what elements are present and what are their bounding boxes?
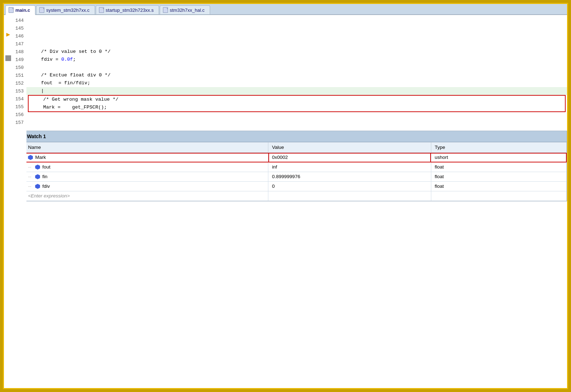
watch-value-fout: inf [268, 162, 431, 172]
arrow-row-150 [4, 62, 13, 70]
fin-icon [35, 174, 40, 179]
ln-148: 148 [15, 48, 24, 56]
breakpoint-block [5, 55, 11, 61]
watch-name-enter-expr[interactable]: <Enter expression> [26, 191, 268, 201]
tab-stm32h7xx-hal-c[interactable]: stm32h7xx_hal.c [160, 5, 210, 14]
arrow-row-144 [4, 15, 13, 23]
arrow-row-147 [4, 39, 13, 46]
tab-system-stm32h7xx-c[interactable]: system_stm32h7xx.c [36, 5, 95, 14]
watch-name-fdiv: ··· fdiv [26, 182, 268, 191]
arrow-row-151 [4, 70, 13, 78]
code-line-154: /* Get wrong mask value */ [29, 96, 565, 104]
line-numbers: 144 145 146 147 148 149 150 151 152 153 … [13, 15, 26, 388]
ln-154: 154 [15, 95, 24, 103]
ln-153: 153 [15, 87, 24, 95]
watch-type-fout: float [431, 162, 566, 172]
ln-144: 144 [15, 16, 24, 24]
tab-icon-main-c [9, 7, 14, 13]
watch-header-row: Name Value Type [26, 142, 566, 153]
tab-icon-system [39, 7, 44, 13]
arrow-row-157 [4, 117, 13, 125]
watch-type-fdiv: float [431, 182, 566, 191]
code-line-156 [26, 112, 567, 120]
tab-label-startup: startup_stm32h723xx.s [106, 7, 154, 13]
tab-icon-startup [99, 7, 104, 13]
arrow-row-156 [4, 109, 13, 117]
tab-bar: main.c system_stm32h7xx.c startup_stm32h… [4, 4, 567, 15]
ln-147: 147 [15, 40, 24, 48]
watch-value-fdiv: 0 [268, 182, 431, 191]
arrow-row-154 [4, 94, 13, 101]
col-type: Type [431, 142, 566, 153]
tab-label-main-c: main.c [15, 7, 30, 13]
fin-label: fin [42, 173, 47, 181]
debug-arrow: ▶ [6, 31, 10, 38]
arrow-row-148 [4, 46, 13, 54]
ln-156: 156 [15, 111, 24, 119]
code-line-147 [26, 40, 567, 48]
ln-157: 157 [15, 119, 24, 126]
tab-icon-hal [163, 7, 168, 13]
code-line-148: /* Div value set to 0 */ [26, 48, 567, 56]
watch-row-enter-expr[interactable]: <Enter expression> [26, 191, 566, 201]
watch-name-fout: ··· fout [26, 162, 268, 172]
fout-icon [35, 165, 40, 170]
red-box-highlight: /* Get wrong mask value */ Mark = get_FP… [28, 95, 566, 112]
code-line-151: /* Exctue float div 0 */ [26, 71, 567, 79]
tab-main-c[interactable]: main.c [5, 5, 35, 15]
main-window: main.c system_stm32h7xx.c startup_stm32h… [3, 3, 568, 389]
watch-value-fin: 0.899999976 [268, 172, 431, 182]
arrow-row-146: ▶ [4, 31, 13, 39]
watch-type-fin: float [431, 172, 566, 182]
watch-type-mark: ushort [431, 153, 566, 162]
watch-title: Watch 1 [26, 131, 567, 142]
arrow-row-149 [4, 54, 13, 62]
tab-label-system: system_stm32h7xx.c [46, 7, 89, 13]
code-editor[interactable]: /* Div value set to 0 */ fdiv = 0.0f; /*… [26, 15, 567, 388]
arrow-row-152 [4, 78, 13, 86]
tab-startup-stm32h723xx-s[interactable]: startup_stm32h723xx.s [96, 5, 159, 14]
fdiv-label: fdiv [42, 182, 50, 190]
col-name: Name [26, 142, 268, 153]
code-line-152: fout = fin/fdiv; [26, 79, 567, 87]
tab-label-hal: stm32h7xx_hal.c [170, 7, 205, 13]
arrow-row-155 [4, 101, 13, 109]
arrow-row-153 [4, 86, 13, 94]
code-line-150 [26, 64, 567, 71]
ln-149: 149 [15, 56, 24, 64]
ln-152: 152 [15, 79, 24, 87]
enter-expression-label: <Enter expression> [28, 193, 70, 198]
arrow-row-145 [4, 23, 13, 31]
fdiv-icon [35, 184, 40, 189]
watch-row-mark: Mark 0x0002 ushort [26, 153, 566, 162]
code-line-146 [26, 32, 567, 40]
code-line-155: Mark = get_FPSCR(); [29, 104, 565, 111]
code-line-153: | [26, 87, 567, 95]
code-line-144 [26, 16, 567, 24]
ln-155: 155 [15, 103, 24, 111]
watch-panel: Watch 1 Name Value Type [26, 131, 567, 201]
watch-table: Name Value Type Mark [26, 142, 567, 201]
watch-row-fdiv: ··· fdiv 0 float [26, 182, 566, 191]
fout-label: fout [42, 163, 50, 171]
mark-label: Mark [35, 154, 46, 161]
ln-150: 150 [15, 64, 24, 71]
watch-value-enter-expr [268, 191, 431, 201]
watch-type-enter-expr [431, 191, 566, 201]
mark-icon [28, 155, 33, 160]
col-value: Value [268, 142, 431, 153]
watch-row-fout: ··· fout inf float [26, 162, 566, 172]
ln-145: 145 [15, 24, 24, 32]
watch-row-fin: ··· fin 0.899999976 float [26, 172, 566, 182]
watch-name-fin: ··· fin [26, 172, 268, 182]
code-line-145 [26, 24, 567, 32]
code-line-149: fdiv = 0.0f; [26, 56, 567, 64]
ln-146: 146 [15, 32, 24, 40]
ln-151: 151 [15, 71, 24, 79]
code-line-157 [26, 120, 567, 128]
editor-area: ▶ 144 145 146 147 148 149 150 151 [4, 15, 567, 388]
watch-value-mark: 0x0002 [268, 153, 431, 162]
arrow-column: ▶ [4, 15, 13, 388]
watch-name-mark: Mark [26, 153, 268, 162]
